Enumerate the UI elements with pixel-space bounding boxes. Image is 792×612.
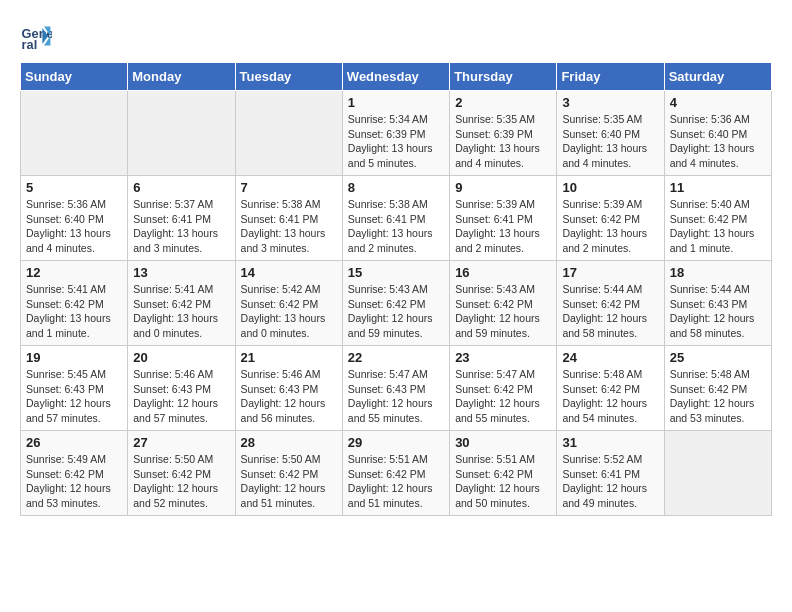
day-info: Sunrise: 5:39 AM Sunset: 6:42 PM Dayligh… bbox=[562, 197, 658, 256]
day-number: 29 bbox=[348, 435, 444, 450]
day-number: 10 bbox=[562, 180, 658, 195]
calendar-day-cell: 4Sunrise: 5:36 AM Sunset: 6:40 PM Daylig… bbox=[664, 91, 771, 176]
day-number: 6 bbox=[133, 180, 229, 195]
day-info: Sunrise: 5:35 AM Sunset: 6:39 PM Dayligh… bbox=[455, 112, 551, 171]
day-info: Sunrise: 5:51 AM Sunset: 6:42 PM Dayligh… bbox=[348, 452, 444, 511]
day-info: Sunrise: 5:43 AM Sunset: 6:42 PM Dayligh… bbox=[348, 282, 444, 341]
day-of-week-header: Friday bbox=[557, 63, 664, 91]
calendar-day-cell: 11Sunrise: 5:40 AM Sunset: 6:42 PM Dayli… bbox=[664, 176, 771, 261]
day-number: 17 bbox=[562, 265, 658, 280]
calendar-day-cell: 14Sunrise: 5:42 AM Sunset: 6:42 PM Dayli… bbox=[235, 261, 342, 346]
calendar-day-cell bbox=[235, 91, 342, 176]
day-info: Sunrise: 5:36 AM Sunset: 6:40 PM Dayligh… bbox=[670, 112, 766, 171]
calendar-day-cell: 18Sunrise: 5:44 AM Sunset: 6:43 PM Dayli… bbox=[664, 261, 771, 346]
day-number: 8 bbox=[348, 180, 444, 195]
day-number: 12 bbox=[26, 265, 122, 280]
day-info: Sunrise: 5:46 AM Sunset: 6:43 PM Dayligh… bbox=[241, 367, 337, 426]
day-info: Sunrise: 5:38 AM Sunset: 6:41 PM Dayligh… bbox=[348, 197, 444, 256]
day-info: Sunrise: 5:50 AM Sunset: 6:42 PM Dayligh… bbox=[133, 452, 229, 511]
day-of-week-header: Sunday bbox=[21, 63, 128, 91]
day-number: 27 bbox=[133, 435, 229, 450]
day-info: Sunrise: 5:44 AM Sunset: 6:43 PM Dayligh… bbox=[670, 282, 766, 341]
calendar-day-cell: 8Sunrise: 5:38 AM Sunset: 6:41 PM Daylig… bbox=[342, 176, 449, 261]
calendar-day-cell: 21Sunrise: 5:46 AM Sunset: 6:43 PM Dayli… bbox=[235, 346, 342, 431]
day-info: Sunrise: 5:49 AM Sunset: 6:42 PM Dayligh… bbox=[26, 452, 122, 511]
day-number: 3 bbox=[562, 95, 658, 110]
calendar-week-row: 12Sunrise: 5:41 AM Sunset: 6:42 PM Dayli… bbox=[21, 261, 772, 346]
calendar-day-cell: 7Sunrise: 5:38 AM Sunset: 6:41 PM Daylig… bbox=[235, 176, 342, 261]
day-info: Sunrise: 5:38 AM Sunset: 6:41 PM Dayligh… bbox=[241, 197, 337, 256]
calendar-day-cell bbox=[21, 91, 128, 176]
day-number: 31 bbox=[562, 435, 658, 450]
calendar-day-cell: 29Sunrise: 5:51 AM Sunset: 6:42 PM Dayli… bbox=[342, 431, 449, 516]
calendar-day-cell: 9Sunrise: 5:39 AM Sunset: 6:41 PM Daylig… bbox=[450, 176, 557, 261]
day-info: Sunrise: 5:43 AM Sunset: 6:42 PM Dayligh… bbox=[455, 282, 551, 341]
calendar-day-cell: 10Sunrise: 5:39 AM Sunset: 6:42 PM Dayli… bbox=[557, 176, 664, 261]
day-info: Sunrise: 5:37 AM Sunset: 6:41 PM Dayligh… bbox=[133, 197, 229, 256]
calendar-day-cell: 26Sunrise: 5:49 AM Sunset: 6:42 PM Dayli… bbox=[21, 431, 128, 516]
day-info: Sunrise: 5:34 AM Sunset: 6:39 PM Dayligh… bbox=[348, 112, 444, 171]
day-number: 16 bbox=[455, 265, 551, 280]
svg-text:ral: ral bbox=[22, 37, 38, 52]
day-number: 15 bbox=[348, 265, 444, 280]
calendar-day-cell: 1Sunrise: 5:34 AM Sunset: 6:39 PM Daylig… bbox=[342, 91, 449, 176]
calendar-day-cell: 23Sunrise: 5:47 AM Sunset: 6:42 PM Dayli… bbox=[450, 346, 557, 431]
day-number: 25 bbox=[670, 350, 766, 365]
calendar-week-row: 5Sunrise: 5:36 AM Sunset: 6:40 PM Daylig… bbox=[21, 176, 772, 261]
day-of-week-header: Saturday bbox=[664, 63, 771, 91]
calendar-day-cell: 30Sunrise: 5:51 AM Sunset: 6:42 PM Dayli… bbox=[450, 431, 557, 516]
day-number: 24 bbox=[562, 350, 658, 365]
calendar-day-cell: 17Sunrise: 5:44 AM Sunset: 6:42 PM Dayli… bbox=[557, 261, 664, 346]
day-of-week-header: Tuesday bbox=[235, 63, 342, 91]
day-number: 28 bbox=[241, 435, 337, 450]
day-info: Sunrise: 5:36 AM Sunset: 6:40 PM Dayligh… bbox=[26, 197, 122, 256]
day-info: Sunrise: 5:44 AM Sunset: 6:42 PM Dayligh… bbox=[562, 282, 658, 341]
calendar-day-cell: 16Sunrise: 5:43 AM Sunset: 6:42 PM Dayli… bbox=[450, 261, 557, 346]
day-info: Sunrise: 5:48 AM Sunset: 6:42 PM Dayligh… bbox=[562, 367, 658, 426]
calendar-day-cell: 27Sunrise: 5:50 AM Sunset: 6:42 PM Dayli… bbox=[128, 431, 235, 516]
day-number: 23 bbox=[455, 350, 551, 365]
calendar-day-cell: 31Sunrise: 5:52 AM Sunset: 6:41 PM Dayli… bbox=[557, 431, 664, 516]
day-number: 26 bbox=[26, 435, 122, 450]
calendar-day-cell: 5Sunrise: 5:36 AM Sunset: 6:40 PM Daylig… bbox=[21, 176, 128, 261]
day-info: Sunrise: 5:45 AM Sunset: 6:43 PM Dayligh… bbox=[26, 367, 122, 426]
calendar-day-cell bbox=[128, 91, 235, 176]
calendar-day-cell: 24Sunrise: 5:48 AM Sunset: 6:42 PM Dayli… bbox=[557, 346, 664, 431]
day-number: 18 bbox=[670, 265, 766, 280]
day-number: 5 bbox=[26, 180, 122, 195]
day-info: Sunrise: 5:50 AM Sunset: 6:42 PM Dayligh… bbox=[241, 452, 337, 511]
calendar-day-cell bbox=[664, 431, 771, 516]
day-number: 21 bbox=[241, 350, 337, 365]
calendar-day-cell: 25Sunrise: 5:48 AM Sunset: 6:42 PM Dayli… bbox=[664, 346, 771, 431]
day-info: Sunrise: 5:41 AM Sunset: 6:42 PM Dayligh… bbox=[133, 282, 229, 341]
calendar-day-cell: 2Sunrise: 5:35 AM Sunset: 6:39 PM Daylig… bbox=[450, 91, 557, 176]
day-number: 4 bbox=[670, 95, 766, 110]
day-info: Sunrise: 5:35 AM Sunset: 6:40 PM Dayligh… bbox=[562, 112, 658, 171]
day-of-week-header: Monday bbox=[128, 63, 235, 91]
day-number: 11 bbox=[670, 180, 766, 195]
day-info: Sunrise: 5:42 AM Sunset: 6:42 PM Dayligh… bbox=[241, 282, 337, 341]
calendar-day-cell: 13Sunrise: 5:41 AM Sunset: 6:42 PM Dayli… bbox=[128, 261, 235, 346]
logo-icon: Gene ral bbox=[20, 20, 52, 52]
day-info: Sunrise: 5:46 AM Sunset: 6:43 PM Dayligh… bbox=[133, 367, 229, 426]
day-number: 2 bbox=[455, 95, 551, 110]
calendar-day-cell: 22Sunrise: 5:47 AM Sunset: 6:43 PM Dayli… bbox=[342, 346, 449, 431]
day-info: Sunrise: 5:52 AM Sunset: 6:41 PM Dayligh… bbox=[562, 452, 658, 511]
calendar-day-cell: 6Sunrise: 5:37 AM Sunset: 6:41 PM Daylig… bbox=[128, 176, 235, 261]
day-info: Sunrise: 5:39 AM Sunset: 6:41 PM Dayligh… bbox=[455, 197, 551, 256]
day-number: 30 bbox=[455, 435, 551, 450]
logo: Gene ral bbox=[20, 20, 56, 52]
calendar-table: SundayMondayTuesdayWednesdayThursdayFrid… bbox=[20, 62, 772, 516]
day-number: 7 bbox=[241, 180, 337, 195]
day-number: 19 bbox=[26, 350, 122, 365]
page-header: Gene ral bbox=[20, 20, 772, 52]
day-info: Sunrise: 5:47 AM Sunset: 6:43 PM Dayligh… bbox=[348, 367, 444, 426]
calendar-day-cell: 3Sunrise: 5:35 AM Sunset: 6:40 PM Daylig… bbox=[557, 91, 664, 176]
day-number: 20 bbox=[133, 350, 229, 365]
calendar-day-cell: 20Sunrise: 5:46 AM Sunset: 6:43 PM Dayli… bbox=[128, 346, 235, 431]
day-info: Sunrise: 5:40 AM Sunset: 6:42 PM Dayligh… bbox=[670, 197, 766, 256]
day-number: 14 bbox=[241, 265, 337, 280]
day-info: Sunrise: 5:47 AM Sunset: 6:42 PM Dayligh… bbox=[455, 367, 551, 426]
calendar-week-row: 1Sunrise: 5:34 AM Sunset: 6:39 PM Daylig… bbox=[21, 91, 772, 176]
day-number: 1 bbox=[348, 95, 444, 110]
